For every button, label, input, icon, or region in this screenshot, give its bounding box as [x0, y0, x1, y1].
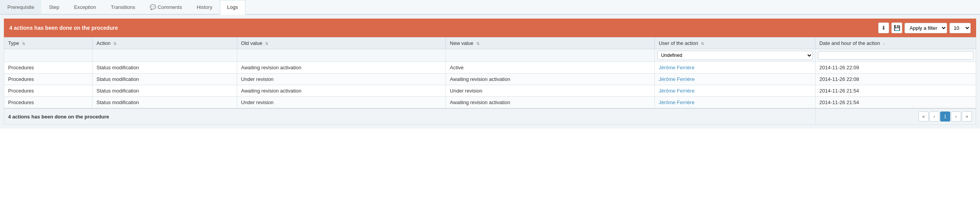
user-link[interactable]: Jérôme Ferrière: [659, 88, 694, 94]
log-summary-title: 4 actions has been done on the procedure: [9, 25, 118, 31]
table-row: Procedures Status modification Under rev…: [4, 97, 976, 109]
download-button[interactable]: ⬇: [878, 22, 889, 33]
tab-comments-label: Comments: [158, 4, 182, 10]
col-action-label: Action: [96, 40, 110, 46]
cell-user[interactable]: Jérôme Ferrière: [654, 85, 815, 97]
cell-date: 2014-11-26 21:54: [815, 97, 976, 109]
col-oldval-sort-icon: ⇅: [265, 41, 268, 46]
cell-action: Status modification: [93, 62, 237, 74]
apply-filter-select[interactable]: Apply a filter: [905, 23, 947, 33]
tab-exception[interactable]: Exception: [67, 0, 103, 14]
cell-new-value: Under revision: [446, 85, 655, 97]
pagination-prev[interactable]: ‹: [929, 111, 939, 122]
col-header-old-value[interactable]: Old value ⇅: [237, 38, 446, 49]
cell-old-value: Awaiting revision activation: [237, 62, 446, 74]
tab-bar: Prerequisite Step Exception Transitions …: [0, 0, 980, 15]
tab-logs-label: Logs: [227, 4, 238, 10]
filter-date-cell[interactable]: [815, 49, 976, 62]
tab-history-label: History: [197, 4, 212, 10]
cell-old-value: Under revision: [237, 74, 446, 85]
col-type-sort-icon: ⇅: [22, 41, 25, 46]
cell-action: Status modification: [93, 74, 237, 85]
filter-oldval-cell: [237, 49, 446, 62]
col-date-label: Date and hour of the action: [819, 40, 880, 46]
tab-step-label: Step: [49, 4, 59, 10]
table-row: Procedures Status modification Under rev…: [4, 74, 976, 85]
tab-transitions-label: Transitions: [111, 4, 135, 10]
user-filter-select[interactable]: UndefinedJérôme Ferrière: [657, 51, 813, 60]
col-newval-sort-icon: ⇅: [476, 41, 480, 46]
filter-newval-cell: [446, 49, 655, 62]
col-header-date[interactable]: Date and hour of the action ↓: [815, 38, 976, 49]
cell-type: Procedures: [4, 62, 93, 74]
pagination-next[interactable]: ›: [951, 111, 961, 122]
log-header-controls: ⬇ 💾 Apply a filter 10 25 50: [878, 22, 971, 33]
tab-logs[interactable]: Logs: [220, 0, 245, 15]
comments-icon: 💬: [150, 4, 156, 10]
cell-user[interactable]: Jérôme Ferrière: [654, 62, 815, 74]
table-row: Procedures Status modification Awaiting …: [4, 62, 976, 74]
pagination-page-1[interactable]: 1: [940, 111, 950, 122]
cell-action: Status modification: [93, 85, 237, 97]
date-filter-input[interactable]: [818, 51, 973, 60]
cell-new-value: Awaiting revision activation: [446, 74, 655, 85]
col-header-new-value[interactable]: New value ⇅: [446, 38, 655, 49]
cell-date: 2014-11-26 21:54: [815, 85, 976, 97]
user-link[interactable]: Jérôme Ferrière: [659, 76, 694, 82]
main-content: 4 actions has been done on the procedure…: [0, 15, 980, 129]
pagination-first[interactable]: «: [918, 111, 929, 122]
cell-type: Procedures: [4, 85, 93, 97]
tab-prerequisite[interactable]: Prerequisite: [0, 0, 41, 14]
filter-user-cell[interactable]: UndefinedJérôme Ferrière: [654, 49, 815, 62]
table-header-row: Type ⇅ Action ⇅ Old value ⇅ New value ⇅ …: [4, 38, 976, 49]
cell-old-value: Under revision: [237, 97, 446, 109]
log-table: Type ⇅ Action ⇅ Old value ⇅ New value ⇅ …: [4, 37, 976, 125]
user-link[interactable]: Jérôme Ferrière: [659, 65, 694, 70]
pagination-last[interactable]: »: [962, 111, 972, 122]
cell-date: 2014-11-26 22:09: [815, 62, 976, 74]
per-page-select[interactable]: 10 25 50: [949, 23, 971, 33]
cell-user[interactable]: Jérôme Ferrière: [654, 74, 815, 85]
tab-exception-label: Exception: [74, 4, 96, 10]
col-header-type[interactable]: Type ⇅: [4, 38, 93, 49]
footer-summary: 4 actions has been done on the procedure: [4, 108, 816, 125]
tab-history[interactable]: History: [189, 0, 219, 14]
cell-user[interactable]: Jérôme Ferrière: [654, 97, 815, 109]
col-newval-label: New value: [450, 40, 473, 46]
pagination: « ‹ 1 › »: [819, 111, 972, 122]
tab-comments[interactable]: 💬Comments: [142, 0, 189, 14]
filter-action-cell: [93, 49, 237, 62]
save-button[interactable]: 💾: [891, 22, 902, 33]
table-row: Procedures Status modification Awaiting …: [4, 85, 976, 97]
col-action-sort-icon: ⇅: [113, 41, 117, 46]
user-link[interactable]: Jérôme Ferrière: [659, 99, 694, 105]
col-oldval-label: Old value: [241, 40, 262, 46]
filter-type-cell: [4, 49, 93, 62]
footer-pagination-cell: « ‹ 1 › »: [815, 108, 976, 125]
cell-old-value: Awaiting revision activation: [237, 85, 446, 97]
tab-step[interactable]: Step: [41, 0, 67, 14]
tab-transitions[interactable]: Transitions: [103, 0, 142, 14]
tab-prerequisite-label: Prerequisite: [7, 4, 34, 10]
col-header-user[interactable]: User of the action ⇅: [654, 38, 815, 49]
cell-date: 2014-11-26 22:08: [815, 74, 976, 85]
col-header-action[interactable]: Action ⇅: [93, 38, 237, 49]
col-user-label: User of the action: [659, 40, 698, 46]
cell-new-value: Active: [446, 62, 655, 74]
col-user-sort-icon: ⇅: [701, 41, 704, 46]
cell-new-value: Awaiting revision activation: [446, 97, 655, 109]
filter-row: UndefinedJérôme Ferrière: [4, 49, 976, 62]
table-footer-row: 4 actions has been done on the procedure…: [4, 108, 976, 125]
col-date-sort-icon: ↓: [883, 41, 885, 46]
cell-type: Procedures: [4, 74, 93, 85]
col-type-label: Type: [8, 40, 19, 46]
cell-action: Status modification: [93, 97, 237, 109]
log-header-bar: 4 actions has been done on the procedure…: [4, 19, 976, 37]
cell-type: Procedures: [4, 97, 93, 109]
